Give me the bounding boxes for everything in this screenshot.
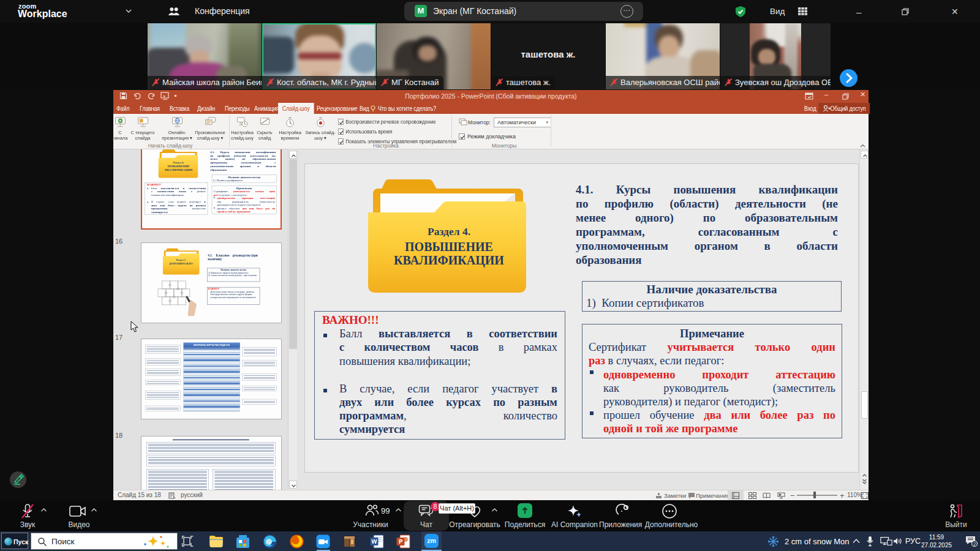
svg-text:2: 2: [973, 541, 976, 547]
